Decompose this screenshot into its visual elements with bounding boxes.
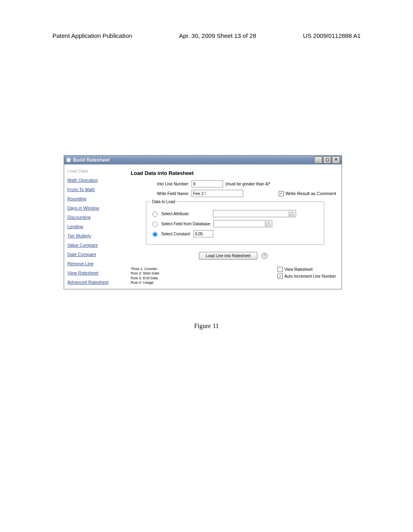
titlebar: Build Ratesheet _ ▢ ✕: [64, 156, 342, 164]
auto-increment-checkbox[interactable]: ✓ Auto Increment Line Number: [277, 274, 336, 279]
header-center: Apr. 30, 2009 Sheet 13 of 28: [179, 32, 256, 39]
checkbox-icon: [277, 267, 283, 272]
close-button[interactable]: ✕: [332, 156, 340, 164]
minimize-button[interactable]: _: [314, 156, 322, 164]
field-name-input[interactable]: [192, 190, 243, 197]
sidebar-item-days-in-window[interactable]: Days in Window: [67, 206, 126, 210]
radio-select-field-db[interactable]: [152, 222, 158, 227]
load-line-button[interactable]: Load Line into Ratesheet: [199, 252, 257, 260]
radio-select-attribute[interactable]: [152, 212, 158, 217]
build-ratesheet-window: Build Ratesheet _ ▢ ✕ Load Data Math Ope…: [64, 155, 342, 289]
row-hints: *Row 1: Counter Row 2: Start Date Row 3:…: [131, 267, 159, 285]
sidebar-item-value-compare[interactable]: Value Compare: [67, 243, 126, 247]
write-comment-checkbox[interactable]: ✓ Write Result as Comment: [279, 191, 336, 196]
sidebar-item-tier-multiply[interactable]: Tier Multiply: [67, 233, 126, 238]
database-field-dropdown[interactable]: ˅: [213, 220, 272, 227]
checkbox-icon: ✓: [279, 191, 284, 196]
checkbox-icon: ✓: [277, 274, 283, 279]
view-ratesheet-label: View Ratesheet: [284, 267, 313, 272]
sidebar-item-discounting[interactable]: Discounting: [67, 215, 126, 220]
radio-attribute-label: Select Attribute:: [161, 212, 211, 216]
write-comment-label: Write Result as Comment: [286, 191, 336, 196]
data-to-load-fieldset: Data to Load Select Attribute: ˅ Select …: [146, 200, 324, 245]
sidebar-item-remove-line[interactable]: Remove Line: [67, 261, 126, 266]
sidebar-item-advanced-ratesheet[interactable]: Advanced Ratesheet: [67, 280, 126, 285]
line-number-hint: (must be greater than 4)*: [225, 182, 270, 186]
sidebar-item-from-to-math[interactable]: From-To Math: [67, 187, 126, 192]
titlebar-texture: [133, 156, 312, 164]
header-right: US 2009/0112888 A1: [303, 32, 361, 39]
maximize-button[interactable]: ▢: [323, 156, 331, 164]
fieldset-legend: Data to Load: [150, 200, 177, 204]
figure-caption: Figure 11: [0, 322, 413, 330]
radio-constant-label: Select Constant:: [161, 232, 191, 236]
chevron-down-icon: ˅: [265, 221, 271, 227]
sidebar: Load Data Math Operation From-To Math Ro…: [64, 164, 129, 289]
window-title: Build Ratesheet: [73, 157, 133, 163]
chevron-down-icon: ˅: [289, 211, 295, 216]
attribute-dropdown[interactable]: ˅: [213, 210, 296, 217]
constant-input[interactable]: [193, 230, 213, 237]
header-left: Patent Application Publication: [52, 32, 132, 39]
field-name-label: Write Field Name:: [131, 191, 189, 196]
app-icon: [66, 157, 71, 163]
line-number-label: Into Line Number:: [131, 182, 189, 186]
radio-select-constant[interactable]: [152, 232, 158, 237]
sidebar-item-date-compare[interactable]: Date Compare: [67, 252, 126, 257]
auto-increment-label: Auto Increment Line Number: [284, 274, 336, 278]
radio-database-label: Select Field from Database:: [161, 222, 211, 226]
sidebar-item-math-operation[interactable]: Math Operation: [67, 178, 126, 183]
panel-title: Load Data into Ratesheet: [131, 170, 336, 176]
sidebar-item-lending[interactable]: Lending: [67, 224, 126, 229]
sidebar-item-rounding[interactable]: Rounding: [67, 196, 126, 201]
sidebar-item-load-data[interactable]: Load Data: [67, 168, 126, 173]
help-icon[interactable]: ?: [261, 253, 268, 259]
view-ratesheet-checkbox[interactable]: View Ratesheet: [277, 267, 336, 272]
main-panel: Load Data into Ratesheet Into Line Numbe…: [129, 164, 342, 289]
svg-point-0: [67, 158, 71, 162]
line-number-input[interactable]: [192, 180, 223, 187]
sidebar-item-view-ratesheet[interactable]: View Ratesheet: [67, 270, 126, 275]
